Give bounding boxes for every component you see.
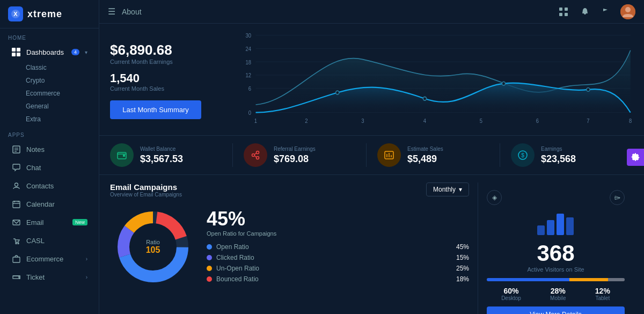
settings-fab[interactable] — [627, 149, 644, 166]
svg-rect-22 — [559, 13, 562, 16]
sales-amount: 1,540 — [110, 71, 228, 85]
diamond-icon: ◈ — [487, 190, 502, 205]
logo-icon: X — [8, 6, 23, 21]
header: ☰ About — [99, 0, 644, 24]
sidebar-item-contacts[interactable]: Contacts — [3, 177, 96, 194]
donut-label-text: Ratio — [146, 239, 160, 245]
svg-text:8: 8 — [629, 118, 632, 123]
svg-rect-65 — [537, 225, 545, 235]
svg-rect-51 — [123, 155, 125, 157]
unopen-ratio-dot — [207, 266, 212, 271]
sidebar-item-notes[interactable]: Notes — [3, 141, 96, 158]
open-ratio-label: Open Ratio for Campaigns — [207, 230, 469, 237]
campaign-subtitle: Overview of Email Campaigns — [110, 192, 182, 198]
sub-item-crypto[interactable]: Crypto — [20, 74, 99, 87]
sidebar: X xtreme Home Dashboards 4 ▾ Classic Cry… — [0, 0, 99, 314]
svg-rect-67 — [557, 214, 564, 235]
bell-icon[interactable] — [577, 4, 592, 19]
grid-icon[interactable] — [556, 4, 571, 19]
metric-referral: Referral Earnings $769.08 — [232, 143, 366, 167]
sidebar-item-casl[interactable]: CASL — [3, 232, 96, 249]
svg-point-25 — [625, 7, 631, 12]
view-more-button[interactable]: View More Details — [487, 306, 625, 314]
ratio-unopen-name: Un-Open Ratio — [216, 265, 452, 272]
ecommerce-chevron-icon: › — [86, 256, 87, 262]
svg-point-54 — [257, 157, 259, 159]
sidebar-item-dashboards[interactable]: Dashboards 4 ▾ — [3, 43, 96, 61]
contacts-label: Contacts — [26, 182, 87, 190]
sidebar-item-chat[interactable]: Chat — [3, 159, 96, 176]
open-ratio-pct: 45% — [207, 208, 469, 230]
home-section-label: Home — [0, 28, 99, 43]
sub-item-classic[interactable]: Classic — [20, 61, 99, 74]
svg-point-53 — [257, 151, 259, 154]
monthly-dropdown[interactable]: Monthly ▾ — [426, 182, 469, 196]
svg-point-33 — [423, 97, 426, 100]
svg-text:$: $ — [521, 152, 524, 158]
svg-text:4: 4 — [423, 118, 427, 123]
estimate-label: Estimate Sales — [407, 146, 443, 152]
earnings-icon: $ — [511, 143, 535, 167]
campaign-title: Email Campaigns — [110, 182, 182, 192]
visitors-progress-bar — [487, 278, 625, 281]
sales-info: Estimate Sales $5,489 — [407, 146, 443, 165]
desktop-pct: 60% — [501, 287, 521, 295]
desktop-bar — [487, 278, 569, 281]
ticket-chevron-icon: › — [86, 274, 87, 280]
svg-rect-23 — [565, 13, 568, 16]
stats-left: $6,890.68 Current Month Earnings 1,540 C… — [110, 32, 228, 129]
sidebar-item-ticket[interactable]: Ticket › — [3, 268, 96, 286]
donut-label-num: 105 — [146, 245, 160, 255]
ticket-icon — [11, 272, 21, 282]
sidebar-item-email[interactable]: Email New — [3, 214, 96, 231]
sidebar-item-ecommerce[interactable]: Ecommerce › — [3, 250, 96, 267]
filter-icon: ⌲ — [610, 190, 625, 205]
svg-rect-5 — [17, 53, 20, 56]
svg-point-10 — [14, 183, 18, 186]
svg-rect-68 — [566, 217, 574, 235]
referral-value: $769.08 — [274, 154, 316, 165]
sidebar-item-calendar[interactable]: Calendar — [3, 195, 96, 213]
flag-icon[interactable] — [599, 4, 614, 19]
svg-rect-21 — [565, 8, 568, 11]
open-ratio-dot — [207, 244, 212, 250]
mobile-breakdown: 28% Mobile — [550, 287, 566, 301]
ticket-label: Ticket — [26, 273, 80, 281]
wallet-icon — [110, 143, 134, 167]
hamburger-icon[interactable]: ☰ — [108, 6, 115, 17]
last-month-button[interactable]: Last Month Summary — [110, 100, 201, 119]
dropdown-chevron-icon: ▾ — [459, 186, 462, 193]
email-label: Email — [26, 218, 67, 227]
ratio-bounced: Bounced Ratio 18% — [207, 275, 469, 283]
svg-text:6: 6 — [248, 86, 252, 92]
dashboards-submenu: Classic Crypto Ecommerce General Extra — [0, 61, 99, 126]
ecommerce-icon — [11, 254, 21, 264]
donut-chart: Ratio 105 — [110, 204, 196, 290]
wallet-value: $3,567.53 — [140, 154, 183, 165]
dashboards-label: Dashboards — [26, 48, 66, 56]
mobile-pct: 28% — [550, 287, 566, 295]
campaign-stats: 45% Open Ratio for Campaigns Open Ratio … — [207, 208, 469, 286]
sub-item-general[interactable]: General — [20, 100, 99, 113]
metric-earnings: $ Earnings $23,568 — [500, 143, 633, 167]
svg-rect-2 — [12, 48, 16, 52]
earnings-bottom-label: Earnings — [541, 146, 576, 152]
ratio-open: Open Ratio 45% — [207, 243, 469, 251]
earnings-info: Earnings $23,568 — [541, 146, 576, 165]
svg-rect-66 — [547, 220, 554, 235]
monthly-label: Monthly — [433, 186, 456, 193]
referral-label: Referral Earnings — [274, 146, 316, 152]
svg-rect-11 — [13, 201, 20, 208]
notes-icon — [11, 144, 21, 154]
sales-label: Current Month Sales — [110, 85, 228, 92]
sales-icon — [377, 143, 401, 167]
svg-text:6: 6 — [536, 118, 539, 123]
visitors-icons-row: ◈ ⌲ — [487, 190, 625, 205]
sub-item-ecommerce[interactable]: Ecommerce — [20, 87, 99, 100]
ratio-bounced-pct: 18% — [456, 275, 469, 283]
tablet-breakdown: 12% Tablet — [595, 287, 610, 301]
chevron-down-icon: ▾ — [85, 49, 87, 55]
avatar[interactable] — [620, 4, 635, 19]
desktop-breakdown: 60% Desktop — [501, 287, 521, 301]
sub-item-extra[interactable]: Extra — [20, 113, 99, 126]
